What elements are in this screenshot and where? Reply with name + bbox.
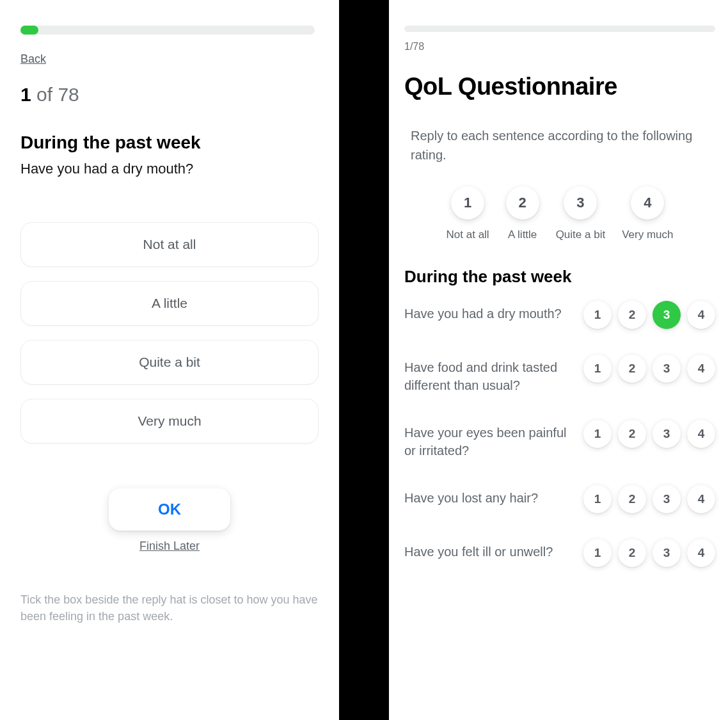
choice-4[interactable]: 4 — [687, 355, 715, 383]
back-link[interactable]: Back — [20, 52, 46, 66]
choice-1[interactable]: 1 — [583, 485, 612, 513]
step-total: 78 — [58, 84, 79, 105]
choice-4[interactable]: 4 — [687, 420, 715, 448]
legend-circle: 1 — [451, 186, 484, 220]
question-text: Have your eyes been painful or irritated… — [404, 420, 577, 460]
choice-1[interactable]: 1 — [583, 355, 612, 383]
choice-group: 1234 — [583, 420, 715, 448]
legend-item-4: 4 Very much — [622, 186, 673, 241]
question-text: Have you felt ill or unwell? — [404, 539, 577, 561]
option-not-at-all[interactable]: Not at all — [20, 222, 319, 267]
choice-3[interactable]: 3 — [653, 420, 681, 448]
page-title: QoL Questionnaire — [404, 73, 715, 100]
question-row: Have food and drink tasted different tha… — [404, 355, 715, 394]
choice-group: 1234 — [583, 485, 715, 513]
legend-label: Very much — [622, 228, 673, 241]
list-question-view: 1/78 QoL Questionnaire Reply to each sen… — [389, 0, 728, 720]
choice-3[interactable]: 3 — [653, 485, 681, 513]
choice-3[interactable]: 3 — [653, 301, 681, 329]
question-heading: During the past week — [20, 132, 319, 153]
choice-2[interactable]: 2 — [618, 301, 646, 329]
question-text: Have you had a dry mouth? — [404, 301, 577, 323]
choice-3[interactable]: 3 — [653, 539, 681, 567]
step-indicator: 1/78 — [404, 41, 715, 52]
instruction-text: Reply to each sentence according to the … — [411, 126, 715, 164]
question-text: Have you had a dry mouth? — [20, 161, 319, 177]
choice-2[interactable]: 2 — [618, 485, 646, 513]
choice-group: 1234 — [583, 301, 715, 329]
question-row: Have you had a dry mouth?1234 — [404, 301, 715, 329]
option-quite-a-bit[interactable]: Quite a bit — [20, 340, 319, 385]
question-row: Have you lost any hair?1234 — [404, 485, 715, 513]
choice-2[interactable]: 2 — [618, 355, 646, 383]
legend-item-3: 3 Quite a bit — [556, 186, 606, 241]
question-row: Have you felt ill or unwell?1234 — [404, 539, 715, 567]
legend-label: Not at all — [447, 228, 489, 241]
step-sep: of — [31, 84, 58, 105]
legend-label: A little — [508, 228, 537, 241]
option-a-little[interactable]: A little — [20, 281, 319, 326]
progress-fill — [20, 26, 38, 35]
choice-group: 1234 — [583, 355, 715, 383]
question-text: Have food and drink tasted different tha… — [404, 355, 577, 394]
section-heading: During the past week — [404, 267, 715, 287]
progress-bar — [20, 26, 315, 35]
choice-1[interactable]: 1 — [583, 539, 612, 567]
legend-circle: 2 — [506, 186, 539, 220]
choice-3[interactable]: 3 — [653, 355, 681, 383]
legend-circle: 4 — [631, 186, 664, 220]
question-text: Have you lost any hair? — [404, 485, 577, 507]
rating-legend: 1 Not at all 2 A little 3 Quite a bit 4 … — [404, 186, 715, 241]
option-very-much[interactable]: Very much — [20, 399, 319, 444]
legend-label: Quite a bit — [556, 228, 606, 241]
choice-1[interactable]: 1 — [583, 301, 612, 329]
step-current: 1 — [20, 84, 31, 105]
legend-item-1: 1 Not at all — [447, 186, 489, 241]
choice-4[interactable]: 4 — [687, 485, 715, 513]
finish-later-link[interactable]: Finish Later — [139, 540, 200, 553]
pane-divider — [339, 0, 389, 720]
progress-bar — [404, 26, 715, 32]
ok-button[interactable]: OK — [109, 488, 230, 531]
legend-circle: 3 — [564, 186, 597, 220]
choice-4[interactable]: 4 — [687, 301, 715, 329]
legend-item-2: 2 A little — [506, 186, 539, 241]
choice-1[interactable]: 1 — [583, 420, 612, 448]
single-question-view: Back 1 of 78 During the past week Have y… — [0, 0, 339, 720]
step-indicator: 1 of 78 — [20, 84, 319, 106]
choice-group: 1234 — [583, 539, 715, 567]
choice-4[interactable]: 4 — [687, 539, 715, 567]
question-row: Have your eyes been painful or irritated… — [404, 420, 715, 460]
footnote: Tick the box beside the reply hat is clo… — [20, 591, 319, 625]
choice-2[interactable]: 2 — [618, 539, 646, 567]
choice-2[interactable]: 2 — [618, 420, 646, 448]
